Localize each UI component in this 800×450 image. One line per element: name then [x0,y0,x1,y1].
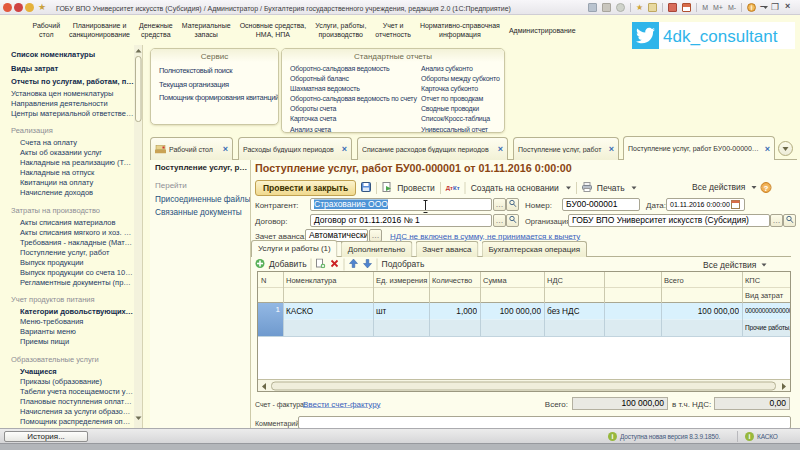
panel-command[interactable]: Шахматная ведомость [290,83,421,93]
sidebar-item[interactable]: Квитанции на оплату [0,177,134,187]
scroll-down-arrow[interactable] [136,417,142,421]
scroll-left-arrow[interactable] [262,383,266,390]
tab-overflow-button[interactable] [778,141,793,156]
delete-row-icon[interactable] [330,258,340,271]
sidebar-item[interactable]: Акты списания материалов [0,217,134,227]
move-up-icon[interactable] [349,258,359,271]
window-tab-2[interactable]: Расходы будущих периодов× [238,137,352,160]
contract-input[interactable]: Договор от 01.11.2016 № 1 [310,214,492,227]
window-tab-1[interactable]: Рабочий стол× [150,137,233,160]
panel-command[interactable]: Сводные проводки [421,104,503,114]
sidebar-item[interactable]: Акты об оказании услуг [0,147,134,157]
sidebar-item[interactable]: Поступление услуг, работ [0,247,134,257]
calendar-picker-icon[interactable] [731,200,740,211]
sidebar-item[interactable]: Отчеты по услугам, работам, производству [0,75,134,88]
panel-command[interactable]: Оборотно-сальдовая ведомость [290,63,421,73]
window-tab-3[interactable]: Списание расходов будущих периодов× [357,137,508,160]
cell-kps[interactable]: 0000000000000024 [745,307,790,315]
window-tab-4[interactable]: Поступление услуг, работ× [513,137,619,160]
cell-unit[interactable]: шт [376,306,386,316]
contract-lookup-button[interactable] [506,214,519,227]
printer-icon[interactable] [582,182,592,195]
sidebar-item[interactable]: Требования - накладные (Материалы) [0,237,134,247]
cell-cost-kind[interactable]: Прочие работы, услуги [745,324,790,332]
info-icon[interactable]: i [747,3,756,12]
save-document-icon[interactable] [361,182,371,195]
organization-lookup-button[interactable] [783,214,796,227]
sidebar-item[interactable]: Учащиеся [0,366,134,376]
panel-command[interactable]: Список/Кросс-таблица [421,114,503,124]
add-icon[interactable] [255,258,265,271]
cell-amount[interactable]: 100 000,00 [483,306,541,316]
pick-button[interactable]: Подобрать [382,260,425,270]
form-tab-2[interactable]: Дополнительно [341,241,413,257]
tab-close-icon[interactable]: × [765,143,770,154]
sidebar-item[interactable]: Центры материальной ответственности [0,108,134,118]
m-plus-button[interactable]: М+ [713,4,723,12]
menu-tab-4[interactable]: Материальныезапасы [177,15,235,45]
organization-ellipsis-button[interactable]: … [770,214,783,227]
update-info-icon[interactable]: i [608,432,617,441]
menu-tab-3[interactable]: Денежныесредства [134,15,177,45]
organization-input[interactable]: ГОБУ ВПО Университет искусств (Субсидия) [568,214,770,227]
sidebar-item[interactable]: Счета на оплату [0,137,134,147]
sidebar-item[interactable]: Табели учета посещаемости учащихся [0,386,134,396]
create-on-basis-button[interactable]: Создать на основании [471,183,559,193]
panel-command[interactable]: Оборотный баланс [290,73,421,83]
scroll-up-arrow[interactable] [136,49,142,53]
panel-command[interactable]: Анализ счета [290,124,421,133]
panel-command[interactable]: Обороты счета [290,104,421,114]
sidebar-item[interactable]: Установка цен номенклатуры [0,88,134,98]
form-tab-4[interactable]: Бухгалтерская операция [482,241,588,257]
print-icon[interactable] [602,3,611,12]
contract-ellipsis-button[interactable]: … [493,214,506,227]
sidebar-item[interactable]: Накладные на реализацию (Торг-12) [0,157,134,167]
context-info-icon[interactable]: i [745,432,754,441]
table-horizontal-scrollbar[interactable] [258,379,790,392]
window-tab-5[interactable]: Поступление услуг, работ БУ00-000001 от … [623,136,775,160]
sidebar-item[interactable]: Помощник распределения оплат (образовани… [0,416,134,426]
panel-command[interactable]: Обороты между субконто [421,73,503,83]
sidebar-item[interactable]: Меню-требования [0,316,134,326]
close-button[interactable]: × [785,1,790,12]
sidebar-item[interactable]: Выпуск продукции со счета 106.хИ [0,267,134,277]
star-icon[interactable]: ★ [636,3,643,12]
menu-tab-9[interactable]: Администрирование [504,15,580,45]
cell-vat[interactable]: без НДС [547,306,580,316]
counterparty-lookup-button[interactable] [506,198,519,211]
menu-tab-5[interactable]: Основные средства,НМА, НПА [235,15,311,45]
sidebar-item[interactable]: Варианты меню [0,326,134,336]
menu-tab-6[interactable]: Услуги, работы,производство [311,15,371,45]
save-icon[interactable] [588,3,597,12]
calculator-icon[interactable] [668,3,677,12]
sidebar-item[interactable]: Виды затрат [0,61,134,74]
tab-close-icon[interactable]: × [342,144,347,155]
sidebar-scrollbar[interactable] [134,45,143,428]
dtkt-icon[interactable]: ДтКт [446,185,460,192]
form-tab-3[interactable]: Зачет аванса [415,241,478,257]
all-actions-button[interactable]: Все действия [692,183,745,193]
menu-tab-7[interactable]: Учет иотчетность [371,15,416,45]
panel-command[interactable]: Помощник формирования квитанций [159,91,273,105]
scroll-thumb[interactable] [135,56,142,122]
sidebar-item[interactable]: Список номенклатуры [0,48,134,61]
sidebar-item[interactable]: Плановые поступления оплаты (образование… [0,396,134,406]
help-icon[interactable]: ? [760,182,771,193]
menu-tab-1[interactable]: Рабочийстол [28,15,65,45]
post-icon[interactable] [382,182,392,195]
update-message[interactable]: Доступна новая версия 8.3.9.1850. [620,433,720,441]
add-button[interactable]: Добавить [269,260,307,270]
print-button[interactable]: Печать [597,183,625,193]
tab-close-icon[interactable]: × [498,144,503,155]
panel-command[interactable]: Текущая организация [159,77,273,91]
items-table[interactable]: N Номенклатура Ед. измерения Количество … [257,271,791,392]
panel-command[interactable]: Карточка субконто [421,83,503,93]
cell-total[interactable]: 100 000,00 [664,306,739,316]
docnav-link-attached-files[interactable]: Присоединенные файлы [155,194,251,204]
minimize-button[interactable]: – [760,1,765,12]
favorites-star-icon[interactable]: ★ [38,2,46,13]
panel-command[interactable]: Универсальный отчет [421,124,503,133]
invoice-link[interactable]: Ввести счет-фактуру [303,400,381,409]
sidebar-item[interactable]: Приказы (образование) [0,376,134,386]
sidebar-item[interactable]: Направления деятельности [0,98,134,108]
